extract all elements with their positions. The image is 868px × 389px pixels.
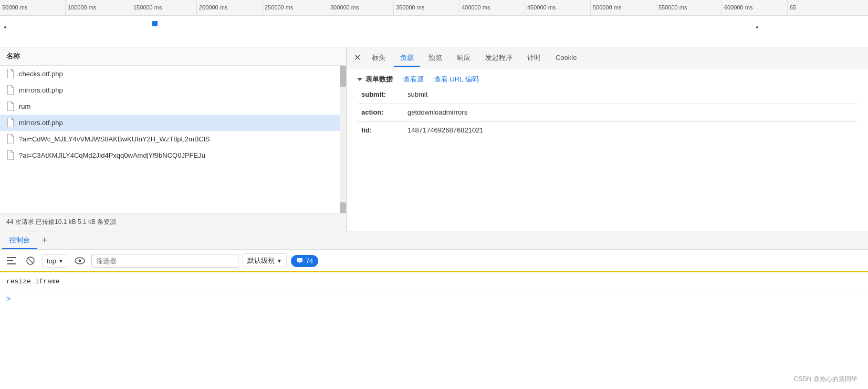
timeline-label-9: 500000 ms	[591, 0, 656, 15]
tab-负载[interactable]: 负载	[394, 50, 420, 67]
file-list: checks.otf.php mirrors.otf.php rum	[0, 66, 346, 213]
context-selector[interactable]: top ▼	[42, 254, 68, 268]
file-item[interactable]: checks.otf.php	[0, 66, 346, 82]
blue-marker	[152, 21, 158, 26]
collapse-icon[interactable]	[357, 78, 362, 81]
live-expressions-button[interactable]	[72, 253, 87, 268]
form-key: fid:	[361, 126, 403, 134]
right-pane: ✕ 标头负载预览响应发起程序计时Cookie 表单数据 查看源 查看 URL 编…	[347, 47, 868, 231]
tab-发起程序[interactable]: 发起程序	[479, 50, 519, 67]
form-divider	[357, 121, 857, 122]
scrollbar[interactable]	[340, 66, 346, 213]
left-pane: 名称 checks.otf.php mirrors.	[0, 47, 347, 231]
console-input-area: >	[0, 291, 868, 306]
file-icon	[6, 134, 15, 144]
timeline-label-10: 550000 ms	[656, 0, 722, 15]
form-data-title: 表单数据	[357, 75, 393, 84]
main-area: 名称 checks.otf.php mirrors.	[0, 47, 868, 231]
tab-标头[interactable]: 标头	[365, 50, 392, 67]
file-item[interactable]: rum	[0, 98, 346, 115]
file-icon	[6, 150, 15, 160]
file-icon	[6, 69, 15, 78]
file-item[interactable]: mirrors.otf.php	[0, 82, 346, 98]
form-value: getdownloadmirrors	[407, 108, 467, 116]
timeline-label-5: 300000 ms	[328, 0, 394, 15]
sidebar-toggle-button[interactable]	[4, 253, 19, 268]
file-name: checks.otf.php	[19, 70, 63, 78]
form-divider	[357, 104, 857, 104]
timeline-label-3: 200000 ms	[197, 0, 263, 15]
filter-input[interactable]	[91, 254, 238, 268]
timeline-label-4: 250000 ms	[263, 0, 328, 15]
view-source-link[interactable]: 查看源	[403, 75, 424, 84]
console-output: resize iframe	[0, 272, 868, 291]
scrollbar-thumb-top[interactable]	[340, 66, 346, 87]
console-line-0: resize iframe	[6, 277, 862, 286]
close-button[interactable]: ✕	[351, 52, 363, 64]
form-row: fid: 14871746926876821021	[357, 126, 857, 134]
status-bar: 44 次请求 已传输10.1 kB 5.1 kB 条资源	[0, 213, 346, 231]
file-name: ?ai=CdWc_MJlLY4vVMJWS8AKBwKUInY2H_WzT8pL…	[19, 135, 210, 143]
console-tab-main[interactable]: 控制台	[2, 232, 37, 249]
svg-rect-2	[7, 263, 16, 264]
file-icon	[6, 118, 15, 127]
file-icon	[6, 85, 15, 95]
view-url-link[interactable]: 查看 URL 编码	[434, 75, 479, 84]
form-key: action:	[361, 108, 403, 116]
list-header: 名称	[0, 47, 346, 66]
timeline-label-6: 350000 ms	[394, 0, 459, 15]
tab-预览[interactable]: 预览	[422, 50, 448, 67]
timeline-label-2: 150000 ms	[131, 0, 197, 15]
file-item[interactable]: mirrors.otf.php	[0, 115, 346, 131]
timeline-label-1: 100000 ms	[66, 0, 131, 15]
svg-line-4	[28, 259, 33, 263]
dot-marker-left	[4, 26, 6, 28]
add-tab-button[interactable]: +	[37, 233, 52, 248]
attribution: CSDN @热心的裴同学	[793, 375, 857, 384]
message-count: 74	[306, 257, 313, 265]
timeline-label-12: 65	[788, 0, 853, 15]
scrollbar-thumb-bottom[interactable]	[340, 202, 346, 213]
form-row: action: getdownloadmirrors	[357, 108, 857, 116]
timeline-label-7: 400000 ms	[459, 0, 525, 15]
timeline-label-11: 600000 ms	[722, 0, 788, 15]
form-value: submit	[407, 90, 427, 98]
form-value: 14871746926876821021	[407, 126, 484, 134]
form-row: submit: submit	[357, 90, 857, 98]
console-input[interactable]	[15, 295, 862, 303]
file-name: mirrors.otf.php	[19, 119, 63, 127]
file-name: rum	[19, 103, 30, 110]
input-prompt-icon: >	[6, 294, 11, 303]
form-data-header: 表单数据 查看源 查看 URL 编码	[357, 75, 857, 84]
svg-rect-1	[7, 260, 13, 261]
level-dropdown-icon: ▼	[277, 258, 282, 264]
message-count-badge[interactable]: 74	[291, 255, 318, 267]
clear-button[interactable]	[23, 253, 38, 268]
timeline-label-8: 450000 ms	[525, 0, 591, 15]
file-icon	[6, 101, 15, 111]
context-label: top	[47, 257, 56, 265]
dot-marker-right	[756, 26, 758, 28]
console-tabs: 控制台 +	[0, 231, 868, 250]
form-key: submit:	[361, 90, 403, 98]
log-level-selector[interactable]: 默认级别 ▼	[243, 253, 287, 268]
tab-bar: ✕ 标头负载预览响应发起程序计时Cookie	[347, 47, 868, 68]
svg-point-6	[78, 260, 81, 262]
tab-Cookie[interactable]: Cookie	[549, 50, 583, 66]
timeline-label-0: 50000 ms	[0, 0, 66, 15]
svg-rect-0	[7, 257, 16, 258]
detail-content: 表单数据 查看源 查看 URL 编码 submit: submit action…	[347, 68, 868, 231]
timeline-marker-area	[0, 16, 868, 47]
file-item[interactable]: ?ai=C3AtXMJlLY4CqMd2Jid4Pxqq0wAmdjYf9bNC…	[0, 147, 346, 163]
level-label: 默认级别	[247, 256, 275, 265]
timeline-header: 50000 ms 100000 ms 150000 ms 200000 ms 2…	[0, 0, 868, 16]
tab-计时[interactable]: 计时	[521, 50, 547, 67]
form-data-label: 表单数据	[365, 75, 393, 84]
context-dropdown-icon: ▼	[58, 258, 64, 264]
console-toolbar: top ▼ 默认级别 ▼ 74	[0, 250, 868, 272]
file-item[interactable]: ?ai=CdWc_MJlLY4vVMJWS8AKBwKUInY2H_WzT8pL…	[0, 131, 346, 147]
tab-响应[interactable]: 响应	[451, 50, 477, 67]
file-name: mirrors.otf.php	[19, 86, 63, 94]
file-name: ?ai=C3AtXMJlLY4CqMd2Jid4Pxqq0wAmdjYf9bNC…	[19, 151, 205, 159]
